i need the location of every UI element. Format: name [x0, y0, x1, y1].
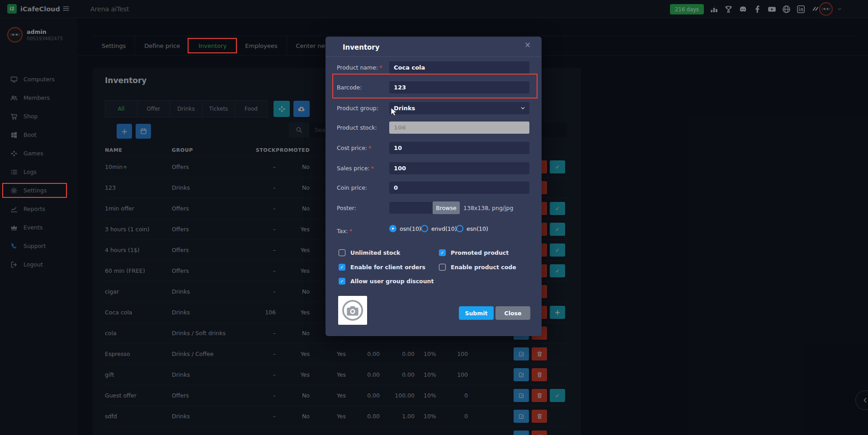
- chevron-down-icon: [520, 105, 526, 111]
- checkbox-icon: ✓: [339, 278, 345, 285]
- field-label: Product name:*: [337, 64, 382, 71]
- required-asterisk: *: [379, 64, 382, 71]
- field-label: Product group:: [337, 105, 378, 112]
- modal-divider: [326, 56, 542, 57]
- checkbox-promoted-product[interactable]: ✓Promoted product: [439, 249, 509, 256]
- checkbox-icon: [439, 264, 446, 271]
- poster-label: Poster:: [337, 205, 356, 211]
- required-asterisk: *: [349, 228, 352, 234]
- close-button[interactable]: Close: [495, 306, 530, 320]
- camera-icon: [340, 298, 365, 323]
- product-image-placeholder: [338, 296, 367, 325]
- field-label: Sales price:*: [337, 165, 374, 172]
- tax-radio-envd[interactable]: envd(10): [421, 225, 457, 232]
- checkbox-unlimited-stock[interactable]: Unlimited stock: [339, 249, 400, 256]
- checkbox-allow-user-group-discount[interactable]: ✓Allow user group discount: [339, 278, 434, 285]
- browse-button[interactable]: Browse: [433, 201, 460, 214]
- sales-price-input[interactable]: [389, 162, 529, 174]
- checkbox-icon: ✓: [339, 264, 345, 271]
- checkbox-enable-product-code[interactable]: Enable product code: [439, 264, 516, 271]
- tax-label: Tax:*: [337, 228, 352, 234]
- field-label: Coin price:: [337, 184, 367, 191]
- poster-file-input[interactable]: [389, 202, 433, 214]
- radio-icon: [456, 225, 463, 232]
- radio-icon: [389, 225, 396, 232]
- app-root: i2 iCafeCloud Arena aiTest 216 days admi…: [0, 0, 868, 435]
- submit-button[interactable]: Submit: [459, 306, 494, 320]
- coin-price-input[interactable]: [389, 182, 529, 194]
- poster-hint: 138x138, png/jpg: [463, 205, 513, 211]
- checkbox-icon: ✓: [439, 249, 446, 256]
- required-asterisk: *: [368, 145, 371, 151]
- product-group-select[interactable]: Drinks: [389, 102, 529, 114]
- required-asterisk: *: [371, 165, 374, 172]
- field-label: Cost price:*: [337, 145, 371, 151]
- barcode-input[interactable]: [389, 81, 529, 94]
- tax-radio-esn[interactable]: esn(10): [456, 225, 488, 232]
- close-icon[interactable]: ×: [524, 40, 531, 49]
- checkbox-enable-for-client-orders[interactable]: ✓Enable for client orders: [339, 264, 425, 271]
- product-stock-input: [389, 122, 529, 134]
- cost-price-input[interactable]: [389, 142, 529, 154]
- checkbox-icon: [339, 249, 345, 256]
- product-name-input[interactable]: [389, 61, 529, 74]
- tax-radio-osn[interactable]: osn(10): [389, 225, 421, 232]
- radio-icon: [421, 225, 428, 232]
- inventory-modal: Inventory × Product name:*Barcode:Produc…: [326, 37, 542, 336]
- field-label: Product stock:: [337, 124, 377, 131]
- modal-title: Inventory: [343, 43, 380, 51]
- field-label: Barcode:: [337, 84, 362, 91]
